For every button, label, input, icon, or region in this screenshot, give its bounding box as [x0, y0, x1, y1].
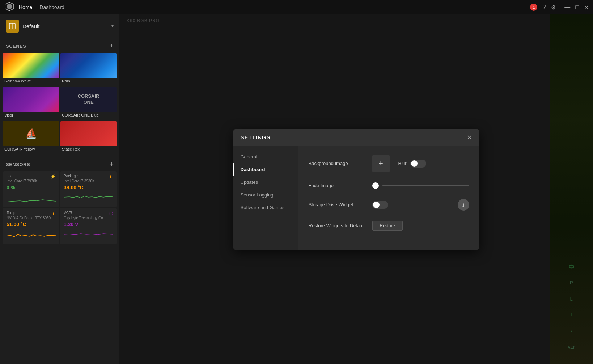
scenes-grid: Rainbow Wave Rain Visor CORSAIR ONE — [0, 53, 119, 153]
modal-nav-dashboard[interactable]: Dashboard — [233, 163, 298, 176]
sensor-package-label: Package — [64, 174, 78, 179]
scene-visor[interactable]: Visor — [3, 87, 59, 119]
sensor-vcpu-device: Gigabyte Technology Co.... — [64, 216, 113, 220]
blur-toggle[interactable] — [410, 160, 426, 168]
sensor-temp-value: 51.00 °C — [7, 221, 56, 227]
background-image-label: Background Image — [309, 161, 367, 166]
scene-label-visor: Visor — [3, 112, 59, 118]
add-icon: + — [378, 159, 383, 168]
storage-drive-row: Storage Drive Widget ℹ — [309, 199, 469, 211]
scenes-section-header: Scenes + — [0, 38, 119, 53]
modal-overlay: SETTINGS ✕ General Dashboard Updates Sen… — [119, 14, 593, 364]
sensors-section-header: Sensors + — [0, 156, 119, 171]
sensor-package-chart — [64, 192, 113, 203]
close-button[interactable]: ✕ — [584, 4, 589, 11]
sensor-load-label: Load — [7, 174, 14, 179]
fade-image-row: Fade Image — [309, 182, 469, 189]
scene-label-static-red: Static Red — [60, 146, 117, 152]
storage-drive-toggle[interactable] — [372, 201, 388, 209]
modal-header: SETTINGS ✕ — [233, 129, 479, 146]
profile-chevron-icon[interactable]: ▾ — [111, 24, 114, 29]
corsair-logo — [4, 1, 14, 13]
sensor-temp-icon: 🌡 — [51, 211, 56, 216]
restore-widgets-label: Restore Widgets to Default — [309, 223, 367, 228]
sensors-section: Sensors + Load ⚡ Intel Core i7 3930K 0 % — [0, 156, 119, 244]
scene-static-red[interactable]: Static Red — [60, 121, 117, 153]
scenes-add-button[interactable]: + — [110, 42, 114, 50]
scene-label-corsair-one-blue: CORSAIR ONE Blue — [60, 112, 117, 118]
minimize-button[interactable]: — — [564, 4, 570, 11]
background-image-row: Background Image + Blur — [309, 155, 469, 172]
blur-section: Blur — [398, 160, 426, 168]
modal-close-button[interactable]: ✕ — [467, 134, 472, 141]
settings-icon[interactable]: ⚙ — [551, 4, 556, 11]
maximize-button[interactable]: □ — [575, 4, 579, 11]
scene-corsair-one-blue[interactable]: CORSAIR ONE CORSAIR ONE Blue — [60, 87, 117, 119]
modal-nav-software-games[interactable]: Software and Games — [233, 201, 298, 214]
sensor-vcpu-icon: ⬡ — [109, 211, 113, 216]
modal-title: SETTINGS — [241, 134, 271, 140]
blur-toggle-knob — [411, 160, 418, 167]
sidebar: Default ▾ Scenes + Rainbow Wave Rain Vis… — [0, 14, 119, 364]
sensor-load-device: Intel Core i7 3930K — [7, 179, 56, 183]
sensor-temp-chart — [7, 229, 56, 240]
modal-nav: General Dashboard Updates Sensor Logging… — [233, 146, 298, 250]
profile-icon — [6, 20, 19, 33]
window-controls: — □ ✕ — [564, 4, 589, 11]
sensor-vcpu-chart — [64, 229, 113, 240]
add-image-button[interactable]: + — [372, 155, 390, 172]
sensor-vcpu-label: VCPU — [64, 211, 74, 216]
titlebar-controls: 1 ? ⚙ — □ ✕ — [530, 4, 589, 11]
sidebar-profile[interactable]: Default ▾ — [0, 14, 119, 38]
fade-slider-handle[interactable] — [372, 182, 379, 189]
sensors-title: Sensors — [6, 162, 30, 167]
modal-nav-sensor-logging[interactable]: Sensor Logging — [233, 189, 298, 201]
modal-body: General Dashboard Updates Sensor Logging… — [233, 146, 479, 250]
nav-home[interactable]: Home — [19, 4, 32, 10]
main-layout: Default ▾ Scenes + Rainbow Wave Rain Vis… — [0, 14, 593, 364]
sensor-package-icon: 🌡 — [109, 174, 113, 179]
scenes-title: Scenes — [6, 43, 26, 49]
sensor-load-value: 0 % — [7, 185, 56, 190]
modal-content: Background Image + Blur — [298, 146, 479, 250]
scene-label-corsair-yellow: CORSAIR Yellow — [3, 146, 59, 152]
fade-slider-container — [372, 182, 469, 189]
sensor-temp-device: NVIDIA GeForce RTX 3060 — [7, 216, 56, 220]
sensor-temp: Temp 🌡 NVIDIA GeForce RTX 3060 51.00 °C — [3, 208, 59, 244]
sensor-package-device: Intel Core i7 3930K — [64, 179, 113, 183]
fade-image-label: Fade Image — [309, 183, 367, 188]
sensor-package-value: 39.00 °C — [64, 185, 113, 190]
sensor-package: Package 🌡 Intel Core i7 3930K 39.00 °C — [60, 171, 117, 207]
blur-label: Blur — [398, 161, 407, 166]
storage-drive-info-icon[interactable]: ℹ — [458, 199, 469, 211]
content-area: K60 RGB PRO 0 P L I › ALT SETTINGS ✕ — [119, 14, 593, 364]
restore-widgets-row: Restore Widgets to Default Restore — [309, 221, 469, 231]
titlebar-nav: Home Dashboard — [19, 4, 64, 10]
settings-modal: SETTINGS ✕ General Dashboard Updates Sen… — [233, 129, 479, 250]
corsair-yellow-logo: ⛵ — [25, 128, 37, 139]
storage-drive-label: Storage Drive Widget — [309, 202, 367, 207]
sensor-load-chart — [7, 192, 56, 203]
scene-label-rain: Rain — [60, 78, 117, 84]
svg-marker-1 — [7, 4, 12, 9]
storage-drive-toggle-knob — [373, 202, 380, 208]
scene-corsair-yellow[interactable]: ⛵ CORSAIR Yellow — [3, 121, 59, 153]
sensor-temp-label: Temp — [7, 211, 15, 216]
sensor-vcpu-value: 1.20 V — [64, 221, 113, 227]
restore-button[interactable]: Restore — [372, 221, 403, 231]
fade-slider-track[interactable] — [382, 185, 469, 186]
scene-rainbow-wave[interactable]: Rainbow Wave — [3, 53, 59, 85]
nav-dashboard[interactable]: Dashboard — [39, 4, 64, 10]
sensor-load: Load ⚡ Intel Core i7 3930K 0 % — [3, 171, 59, 207]
modal-nav-updates[interactable]: Updates — [233, 176, 298, 189]
notification-badge[interactable]: 1 — [530, 4, 537, 11]
scene-label-rainbow-wave: Rainbow Wave — [3, 78, 59, 84]
profile-name: Default — [22, 23, 111, 29]
scene-rain[interactable]: Rain — [60, 53, 117, 85]
help-icon[interactable]: ? — [542, 4, 546, 10]
sensor-load-icon: ⚡ — [50, 174, 56, 179]
titlebar: Home Dashboard 1 ? ⚙ — □ ✕ — [0, 0, 593, 14]
modal-nav-general[interactable]: General — [233, 151, 298, 163]
sensors-add-button[interactable]: + — [110, 161, 114, 168]
sensors-grid: Load ⚡ Intel Core i7 3930K 0 % Package — [0, 171, 119, 244]
